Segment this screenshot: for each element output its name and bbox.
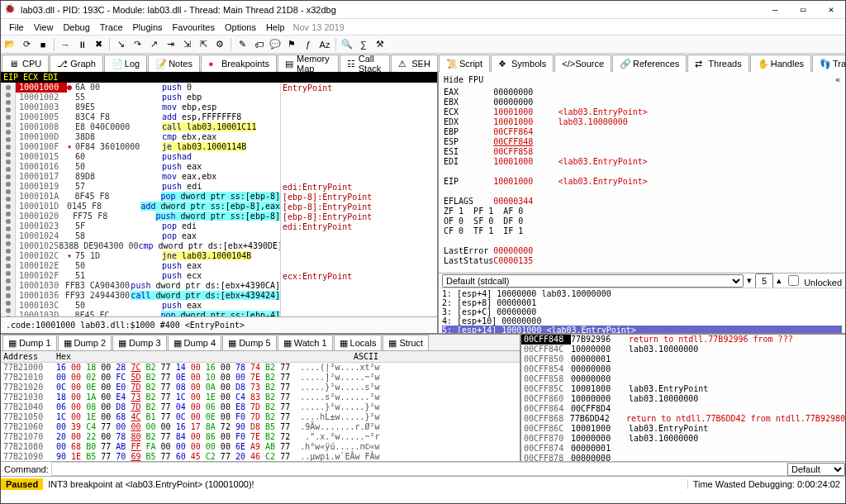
disasm-row[interactable]: 1000101560pushad — [16, 152, 280, 162]
dump-tab-dump-4[interactable]: ▦Dump 4 — [168, 335, 222, 350]
settings-icon[interactable]: ⚙ — [212, 37, 227, 52]
menu-plugins[interactable]: Plugins — [128, 21, 168, 34]
stack-row[interactable]: 00CFF85C10001000lab03.EntryPoint — [521, 384, 845, 394]
bookmark-icon[interactable]: ⚑ — [284, 37, 299, 52]
window-minimize-button[interactable]: — — [761, 1, 789, 19]
menu-options[interactable]: Options — [220, 21, 261, 34]
disasm-row[interactable]: 1000100255push ebp — [16, 93, 280, 102]
step-over-icon[interactable]: ↷ — [130, 37, 145, 52]
stack-row[interactable]: 00CFF85400000000 — [521, 364, 845, 374]
stack-row[interactable]: 00CFF87400000001 — [521, 444, 845, 454]
reg-line[interactable]: EIP 10001000 <lab03.EntryPoint> — [444, 177, 840, 187]
hex-dump-view[interactable]: 77B2100016 00 18 00 28 7C B2 77 14 00 16… — [1, 363, 520, 461]
erase-icon[interactable]: ✎ — [235, 37, 250, 52]
toggle-text-icon[interactable]: Az — [317, 37, 332, 52]
dump-tab-dump-3[interactable]: ▦Dump 3 — [112, 335, 167, 350]
menu-trace[interactable]: Trace — [95, 21, 128, 34]
step-out-icon[interactable]: ↗ — [146, 37, 161, 52]
tab-graph[interactable]: ⎇Graph — [50, 55, 103, 72]
disasm-row[interactable]: 10001008E8 040C0000call lab03.10001C11 — [16, 122, 280, 132]
run-to-icon[interactable]: ⇥ — [163, 37, 178, 52]
stack-row[interactable]: 00CFF87010000000lab03.10000000 — [521, 434, 845, 444]
disasm-row[interactable]: 1000101789D8mov eax,ebx — [16, 172, 280, 182]
reg-line[interactable]: EBX 00000000 — [444, 97, 840, 107]
disasm-row[interactable]: 1000101D0145 F8add dword ptr ss:[ebp-8],… — [16, 202, 280, 212]
dump-tab-struct[interactable]: ▦Struct — [383, 335, 429, 350]
arg-line[interactable]: 4: [esp+10] 00000000 — [442, 316, 842, 326]
stack-row[interactable]: 00CFF86C10001000lab03.EntryPoint — [521, 424, 845, 434]
dump-row[interactable]: 77B2109090 1E B5 77 70 69 B5 77 60 45 C2… — [3, 452, 517, 461]
reg-line[interactable]: CF 0 TF 1 IF 1 — [444, 226, 840, 236]
menu-help[interactable]: Help — [261, 21, 290, 34]
dump-row[interactable]: 77B2106000 39 C4 77 00 00 00 00 16 17 8A… — [3, 422, 517, 432]
dump-tab-dump-5[interactable]: ▦Dump 5 — [222, 335, 277, 350]
hide-fpu-link[interactable]: Hide FPU — [444, 75, 483, 85]
dump-row[interactable]: 77B210200C 00 0E 00 E0 7D B2 77 08 00 0A… — [3, 383, 517, 392]
tab-call-stack[interactable]: ☷Call Stack — [340, 55, 391, 72]
tab-seh[interactable]: ⚠SEH — [391, 55, 438, 72]
dump-tab-dump-2[interactable]: ▦Dump 2 — [58, 335, 112, 350]
tools-icon[interactable]: ⚒ — [373, 37, 387, 52]
labels-icon[interactable]: 🏷 — [251, 37, 266, 52]
arg-line[interactable]: 1: [esp+4] 10000000 lab03.10000000 — [442, 289, 842, 298]
menu-debug[interactable]: Debug — [58, 21, 94, 34]
tab-threads[interactable]: ⇄Threads — [687, 55, 749, 72]
disasm-row[interactable]: 1000102458pop eax — [16, 231, 280, 241]
calc-icon[interactable]: ∑ — [356, 37, 371, 52]
tab-cpu[interactable]: 🖥CPU — [2, 55, 49, 72]
tab-memory-map[interactable]: ▤Memory Map — [278, 55, 339, 72]
disasm-row[interactable]: 1000100D38D8cmp ebx,eax — [16, 132, 280, 142]
stack-row[interactable]: 00CFF86010000000lab03.10000000 — [521, 394, 845, 404]
reg-line[interactable]: EFLAGS 00000344 — [444, 197, 840, 207]
stack-row[interactable]: 00CFF85000000001 — [521, 354, 845, 364]
dump-tab-dump-1[interactable]: ▦Dump 1 — [2, 335, 57, 350]
reg-line[interactable]: ZF 1 PF 1 AF 0 — [444, 207, 840, 216]
functions-icon[interactable]: ƒ — [301, 37, 316, 52]
dump-row[interactable]: 77B210501C 00 1E 00 68 4C B1 77 0C 00 0E… — [3, 412, 517, 422]
tab-log[interactable]: 📄Log — [104, 55, 147, 72]
trace-over-icon[interactable]: ⇱ — [196, 37, 211, 52]
stop-icon[interactable]: ■ — [36, 37, 50, 52]
reg-line[interactable]: ECX 10001000 <lab03.EntryPoint> — [444, 107, 840, 117]
dump-row[interactable]: 77B2108000 68 B0 77 AB FF FA 00 00 00 00… — [3, 442, 517, 452]
reg-line[interactable]: ESP 00CFF848 — [444, 137, 840, 147]
command-mode-select[interactable]: Default — [787, 463, 845, 476]
reg-line[interactable]: LastStatusC0000135 — [444, 256, 840, 266]
disasm-gutter[interactable] — [1, 83, 16, 316]
disasm-row[interactable]: 1000101957push edi — [16, 182, 280, 192]
disasm-row[interactable]: 10001025838B DE904300 00cmp dword ptr ds… — [16, 241, 280, 251]
command-input[interactable] — [52, 463, 787, 475]
dump-tab-watch-1[interactable]: ▦Watch 1 — [278, 335, 333, 350]
fpu-settings-icon[interactable]: « — [835, 75, 840, 85]
stepper-down-icon[interactable]: ▾ — [747, 275, 752, 286]
stack-view[interactable]: 00CFF84877B92996return to ntdll.77B92996… — [521, 335, 845, 461]
arg-line[interactable]: 3: [esp+C] 00000000 — [442, 307, 842, 316]
disasm-row[interactable]: 1000100389E5mov ebp,esp — [16, 102, 280, 112]
reg-line[interactable] — [444, 266, 840, 273]
reg-line[interactable] — [444, 187, 840, 197]
run-icon[interactable]: → — [58, 37, 73, 52]
disasm-row[interactable]: 100010235Fpop edi — [16, 221, 280, 231]
stepper-up-icon[interactable]: ▴ — [777, 275, 782, 286]
disasm-row[interactable]: 10001020FF75 F8push dword ptr ss:[ebp-8] — [16, 212, 280, 221]
disasm-row[interactable]: 1000103C50push eax — [16, 301, 280, 311]
arg-count-input[interactable] — [755, 273, 773, 288]
search-icon[interactable]: 🔍 — [340, 37, 354, 52]
disasm-row[interactable]: 1000101A8F45 F8pop dword ptr ss:[ebp-8] — [16, 192, 280, 202]
tab-references[interactable]: 🔗References — [612, 55, 687, 72]
dump-row[interactable]: 77B2101000 00 02 00 FC 5D B2 77 0E 00 10… — [3, 373, 517, 383]
disasm-row[interactable]: 1000100F▾0F84 36010000je lab03.1000114B — [16, 142, 280, 152]
arg-line-selected[interactable]: 5: [esp+14] 10001000 <lab03.EntryPoint> — [442, 326, 842, 333]
reg-line[interactable]: LastError 00000000 — [444, 246, 840, 256]
trace-into-icon[interactable]: ⇲ — [179, 37, 194, 52]
stack-row[interactable]: 00CFF86877B6DD42return to ntdll.77B6DD42… — [521, 414, 845, 424]
stack-row[interactable]: 00CFF84C10000000lab03.10000000 — [521, 345, 845, 354]
disasm-row[interactable]: 10001000●6A 00push 0 — [16, 83, 280, 93]
pause-icon[interactable]: ⏸ — [74, 37, 89, 52]
tab-trace[interactable]: 👣Trace — [812, 55, 846, 72]
window-close-button[interactable]: ✕ — [817, 1, 845, 19]
menu-view[interactable]: View — [29, 21, 59, 34]
stack-row[interactable]: 00CFF85800000000 — [521, 374, 845, 384]
comments-icon[interactable]: 💬 — [268, 37, 283, 52]
close-x-icon[interactable]: ✖ — [91, 37, 106, 52]
